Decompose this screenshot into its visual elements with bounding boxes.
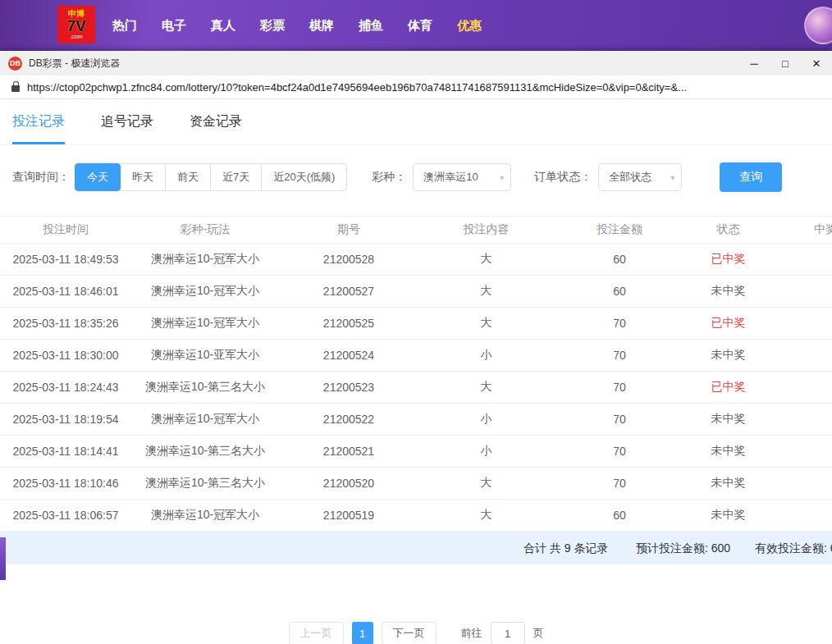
bet-amount: 70 <box>554 372 685 404</box>
nav-item-lottery[interactable]: 彩票 <box>260 18 285 34</box>
prize-amount <box>771 276 832 308</box>
prize-amount <box>771 468 832 500</box>
bet-content: 大 <box>418 500 554 532</box>
table-row: 2025-03-11 18:35:26澳洲幸运10-冠军大小21200525大7… <box>0 308 832 340</box>
bet-time: 2025-03-11 18:19:54 <box>0 404 131 436</box>
nav-item-cards[interactable]: 棋牌 <box>309 18 334 34</box>
bet-amount: 60 <box>554 500 685 532</box>
prev-page-button[interactable]: 上一页 <box>289 622 344 644</box>
bet-amount: 70 <box>554 404 685 436</box>
game-play: 澳洲幸运10-冠军大小 <box>131 404 279 436</box>
issue-number: 21200520 <box>279 468 418 500</box>
issue-number: 21200525 <box>279 308 418 340</box>
game-play: 澳洲幸运10-亚军大小 <box>131 340 279 372</box>
prize-amount <box>771 500 832 532</box>
order-status-select[interactable]: 全部状态 ▾ <box>598 163 682 191</box>
bet-content: 大 <box>418 276 554 308</box>
header-prize-amount: 中奖金额 <box>771 217 832 244</box>
window-title: DB彩票 - 极速浏览器 <box>29 57 120 71</box>
nav-item-hot[interactable]: 热门 <box>112 18 137 34</box>
browser-window: DB DB彩票 - 极速浏览器 ─ □ ✕ https://ctop02pchw… <box>0 51 832 644</box>
time-filter-today[interactable]: 今天 <box>75 163 121 191</box>
status-filter-label: 订单状态： <box>534 170 592 185</box>
maximize-button[interactable]: □ <box>770 51 801 75</box>
table-row: 2025-03-11 18:30:00澳洲幸运10-亚军大小21200524小7… <box>0 340 832 372</box>
bet-status: 未中奖 <box>685 436 771 468</box>
game-play: 澳洲幸运10-冠军大小 <box>131 276 279 308</box>
close-button[interactable]: ✕ <box>801 51 832 75</box>
total-records-text: 合计 共 9 条记录 <box>523 541 608 556</box>
next-page-button[interactable]: 下一页 <box>382 622 437 644</box>
window-title-bar: DB DB彩票 - 极速浏览器 ─ □ ✕ <box>0 51 832 75</box>
bet-time: 2025-03-11 18:10:46 <box>0 468 131 500</box>
bet-records-table-wrap: 投注时间 彩种-玩法 期号 投注内容 投注金额 状态 中奖金额 2025-03-… <box>0 216 832 564</box>
bet-content: 大 <box>418 468 554 500</box>
bet-records-table: 投注时间 彩种-玩法 期号 投注内容 投注金额 状态 中奖金额 2025-03-… <box>0 216 832 532</box>
lottery-select[interactable]: 澳洲幸运10 ▾ <box>413 163 511 191</box>
main-nav: 热门 电子 真人 彩票 棋牌 捕鱼 体育 优惠 <box>112 0 482 51</box>
time-filter-7days[interactable]: 近7天 <box>210 163 262 191</box>
address-bar[interactable]: https://ctop02pchwp1.zfnc84.com/lottery/… <box>0 75 832 99</box>
summary-bar: 合计 共 9 条记录 预计投注金额: 600 有效投注金额: 600 <box>0 532 832 564</box>
issue-number: 21200524 <box>279 340 418 372</box>
browser-app-icon: DB <box>8 57 22 71</box>
table-row: 2025-03-11 18:06:57澳洲幸运10-冠军大小21200519大6… <box>0 500 832 532</box>
time-filter-day-before[interactable]: 前天 <box>165 163 211 191</box>
time-filter-yesterday[interactable]: 昨天 <box>120 163 166 191</box>
tab-bet-records[interactable]: 投注记录 <box>12 113 65 144</box>
lottery-select-value: 澳洲幸运10 <box>423 170 478 185</box>
issue-number: 21200527 <box>279 276 418 308</box>
search-button[interactable]: 查询 <box>720 162 782 192</box>
bet-content: 小 <box>418 340 554 372</box>
tab-chase-records[interactable]: 追号记录 <box>101 113 153 144</box>
game-play: 澳洲幸运10-第三名大小 <box>131 436 279 468</box>
lock-icon <box>11 85 20 92</box>
nav-item-promo[interactable]: 优惠 <box>457 18 482 34</box>
bet-status: 已中奖 <box>685 372 771 404</box>
nav-item-sports[interactable]: 体育 <box>408 18 432 34</box>
bet-status: 未中奖 <box>685 340 771 372</box>
nav-item-live[interactable]: 真人 <box>211 18 235 34</box>
minimize-button[interactable]: ─ <box>738 51 770 75</box>
prize-amount: 1 <box>771 308 832 340</box>
url-text[interactable]: https://ctop02pchwp1.zfnc84.com/lottery/… <box>27 81 822 94</box>
valid-bet-amount-text: 有效投注金额: 600 <box>755 541 832 556</box>
page-number-1[interactable]: 1 <box>352 622 373 644</box>
prize-amount <box>771 340 832 372</box>
tab-fund-records[interactable]: 资金记录 <box>190 113 242 144</box>
record-tabs: 投注记录 追号记录 资金记录 <box>0 99 832 145</box>
bet-status: 未中奖 <box>685 276 771 308</box>
bet-time: 2025-03-11 18:46:01 <box>0 276 131 308</box>
bet-amount: 60 <box>554 244 685 276</box>
header-game-play: 彩种-玩法 <box>131 217 279 244</box>
top-navigation-bar: 申博 7V .com 热门 电子 真人 彩票 棋牌 捕鱼 体育 优惠 <box>0 0 832 51</box>
issue-number: 21200519 <box>279 500 418 532</box>
bet-time: 2025-03-11 18:30:00 <box>0 340 131 372</box>
chevron-down-icon: ▾ <box>659 173 674 182</box>
goto-page-label: 前往 <box>461 626 482 641</box>
bet-time: 2025-03-11 18:35:26 <box>0 308 131 340</box>
prize-amount <box>771 436 832 468</box>
bet-content: 小 <box>418 404 554 436</box>
bet-time: 2025-03-11 18:49:53 <box>0 244 131 276</box>
table-row: 2025-03-11 18:49:53澳洲幸运10-冠军大小21200528大6… <box>0 244 832 276</box>
prize-amount: 1 <box>771 372 832 404</box>
nav-item-slots[interactable]: 电子 <box>162 18 186 34</box>
game-play: 澳洲幸运10-冠军大小 <box>131 500 279 532</box>
site-logo[interactable]: 申博 7V .com <box>57 6 95 43</box>
table-row: 2025-03-11 18:14:41澳洲幸运10-第三名大小21200521小… <box>0 436 832 468</box>
header-bet-amount: 投注金额 <box>554 217 685 244</box>
page-content: 投注记录 追号记录 资金记录 查询时间： 今天 昨天 前天 近7天 近20天(低… <box>0 99 832 644</box>
page-background-strip <box>0 537 6 580</box>
header-bet-time: 投注时间 <box>0 217 131 244</box>
bet-amount: 70 <box>554 436 685 468</box>
game-play: 澳洲幸运10-冠军大小 <box>131 308 279 340</box>
issue-number: 21200522 <box>279 404 418 436</box>
user-avatar[interactable] <box>804 7 832 44</box>
time-filter-20days[interactable]: 近20天(低频) <box>261 163 347 191</box>
prize-amount <box>771 404 832 436</box>
goto-page-input[interactable] <box>491 622 525 644</box>
table-row: 2025-03-11 18:24:43澳洲幸运10-第三名大小21200523大… <box>0 372 832 404</box>
bet-time: 2025-03-11 18:06:57 <box>0 500 131 532</box>
nav-item-fishing[interactable]: 捕鱼 <box>359 18 383 34</box>
